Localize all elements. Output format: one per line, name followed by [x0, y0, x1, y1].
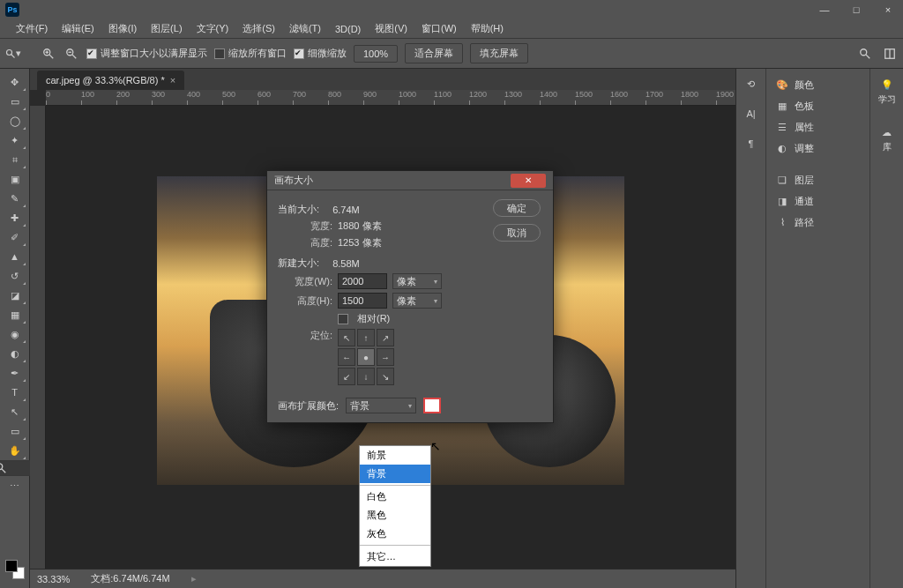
panel-layers[interactable]: ❏图层 [770, 169, 866, 190]
status-bar: 33.33% 文档:6.74M/6.74M ▸ [30, 569, 735, 588]
eraser-tool[interactable]: ◪ [4, 286, 26, 305]
close-button[interactable]: × [878, 4, 898, 15]
opt-scrubby[interactable]: 细微缩放 [294, 47, 347, 60]
canvas-size-dialog: 画布大小 ✕ 当前大小: 6.74M 宽度:1880 像素 高度:1253 像素… [266, 170, 554, 423]
fill-screen-button[interactable]: 填充屏幕 [470, 43, 528, 63]
new-size-value: 8.58M [332, 258, 360, 269]
current-height-value: 1253 像素 [338, 236, 382, 249]
path-select-tool[interactable]: ↖ [4, 402, 26, 421]
svg-line-5 [49, 54, 53, 57]
blur-tool[interactable]: ◉ [4, 324, 26, 344]
document-tab[interactable]: car.jpeg @ 33.3%(RGB/8) * × [37, 71, 184, 90]
zoom-level[interactable]: 33.33% [37, 574, 70, 584]
type-tool[interactable]: T [4, 383, 26, 402]
marquee-tool[interactable]: ▭ [4, 92, 26, 111]
extension-color-select[interactable]: 背景 [346, 398, 416, 413]
panel-library[interactable]: ☁库 [875, 122, 899, 157]
width-label: 宽度(W): [278, 275, 332, 288]
zoom-tool-icon[interactable]: ▾ [5, 46, 21, 62]
pen-tool[interactable]: ✒ [4, 363, 26, 383]
dd-black[interactable]: 黑色 [360, 506, 430, 525]
zoom-out-icon[interactable] [63, 46, 79, 62]
fit-screen-button[interactable]: 适合屏幕 [405, 43, 463, 63]
current-size-label: 当前大小: [278, 203, 319, 216]
menu-filter[interactable]: 滤镜(T) [282, 22, 328, 35]
character-panel-icon[interactable]: A| [740, 104, 763, 123]
maximize-button[interactable]: □ [847, 4, 866, 15]
menu-file[interactable]: 文件(F) [9, 22, 55, 35]
tab-close-icon[interactable]: × [170, 75, 175, 86]
ok-button[interactable]: 确定 [493, 199, 541, 217]
menu-layer[interactable]: 图层(L) [144, 22, 189, 35]
dialog-close-button[interactable]: ✕ [511, 174, 546, 188]
extension-color-dropdown: 前景 背景 白色 黑色 灰色 其它… [359, 445, 431, 567]
menu-type[interactable]: 文字(Y) [190, 22, 236, 35]
ruler-vertical [30, 106, 46, 569]
dd-foreground[interactable]: 前景 [360, 446, 430, 465]
edit-toolbar[interactable]: ⋯ [4, 476, 26, 495]
height-input[interactable] [338, 293, 387, 309]
panel-swatches[interactable]: ▦色板 [770, 95, 866, 116]
clone-tool[interactable]: ▲ [4, 247, 26, 266]
crop-tool[interactable]: ⌗ [4, 150, 26, 169]
svg-line-10 [866, 54, 869, 57]
height-unit-select[interactable]: 像素 [392, 293, 442, 309]
panel-learn[interactable]: 💡学习 [873, 74, 901, 109]
menu-select[interactable]: 选择(S) [235, 22, 282, 35]
gradient-tool[interactable]: ▦ [4, 305, 26, 324]
paragraph-panel-icon[interactable]: ¶ [740, 134, 763, 153]
options-bar: ▾ 调整窗口大小以满屏显示 缩放所有窗口 细微缩放 100% 适合屏幕 填充屏幕 [0, 39, 903, 69]
ruler-horizontal: 0100200300400500600700800900100011001200… [46, 90, 735, 106]
move-tool[interactable]: ✥ [4, 72, 26, 92]
menu-image[interactable]: 图像(I) [101, 22, 144, 35]
menu-window[interactable]: 窗口(W) [414, 22, 464, 35]
healing-tool[interactable]: ✚ [4, 208, 26, 227]
anchor-label: 定位: [278, 329, 332, 342]
dd-white[interactable]: 白色 [360, 488, 430, 506]
dd-other[interactable]: 其它… [360, 547, 430, 566]
panel-channels[interactable]: ◨通道 [770, 190, 866, 212]
panel-properties[interactable]: ☰属性 [770, 116, 866, 138]
frame-tool[interactable]: ▣ [4, 169, 26, 189]
shape-tool[interactable]: ▭ [4, 421, 26, 441]
menu-3d[interactable]: 3D(D) [328, 24, 368, 34]
history-panel-icon[interactable]: ⟲ [740, 74, 763, 93]
panel-color[interactable]: 🎨颜色 [770, 74, 866, 95]
cancel-button[interactable]: 取消 [493, 224, 541, 242]
opt-zoom-all[interactable]: 缩放所有窗口 [214, 47, 287, 60]
dd-background[interactable]: 背景 [360, 465, 430, 483]
panel-adjustments[interactable]: ◐调整 [770, 138, 866, 159]
minimize-button[interactable]: — [815, 4, 834, 15]
dodge-tool[interactable]: ◐ [4, 344, 26, 363]
zoom-100-button[interactable]: 100% [354, 45, 398, 63]
width-input[interactable] [338, 273, 387, 289]
width-unit-select[interactable]: 像素 [392, 273, 442, 289]
menu-view[interactable]: 视图(V) [368, 22, 414, 35]
svg-line-14 [1, 469, 4, 473]
document-info[interactable]: 文档:6.74M/6.74M [91, 572, 169, 585]
document-tabs: car.jpeg @ 33.3%(RGB/8) * × [30, 69, 735, 90]
color-swatches[interactable] [5, 560, 25, 579]
search-icon[interactable] [857, 46, 873, 62]
anchor-grid[interactable]: ↖↑↗ ←●→ ↙↓↘ [338, 329, 394, 385]
lasso-tool[interactable]: ◯ [4, 111, 26, 130]
brush-tool[interactable]: ✐ [4, 227, 26, 247]
new-size-label: 新建大小: [278, 257, 319, 270]
menu-help[interactable]: 帮助(H) [464, 22, 511, 35]
panel-paths[interactable]: ⌇路径 [770, 212, 866, 233]
eyedropper-tool[interactable]: ✎ [4, 189, 26, 208]
history-brush-tool[interactable]: ↺ [4, 266, 26, 286]
menu-edit[interactable]: 编辑(E) [55, 22, 101, 35]
hand-tool[interactable]: ✋ [4, 441, 26, 460]
current-size-value: 6.74M [332, 205, 360, 215]
workspace-icon[interactable] [882, 46, 898, 62]
current-width-value: 1880 像素 [338, 220, 382, 233]
dd-gray[interactable]: 灰色 [360, 525, 430, 543]
quick-select-tool[interactable]: ✦ [4, 130, 26, 150]
right-panels: ⟲ A| ¶ 🎨颜色 ▦色板 ☰属性 ◐调整 ❏图层 ◨通道 ⌇路径 💡学习 ☁… [735, 69, 903, 588]
dialog-title: 画布大小 [274, 174, 313, 187]
extension-color-swatch[interactable] [423, 398, 441, 413]
zoom-in-icon[interactable] [41, 46, 56, 62]
relative-checkbox[interactable] [338, 314, 348, 324]
opt-resize[interactable]: 调整窗口大小以满屏显示 [86, 47, 207, 60]
